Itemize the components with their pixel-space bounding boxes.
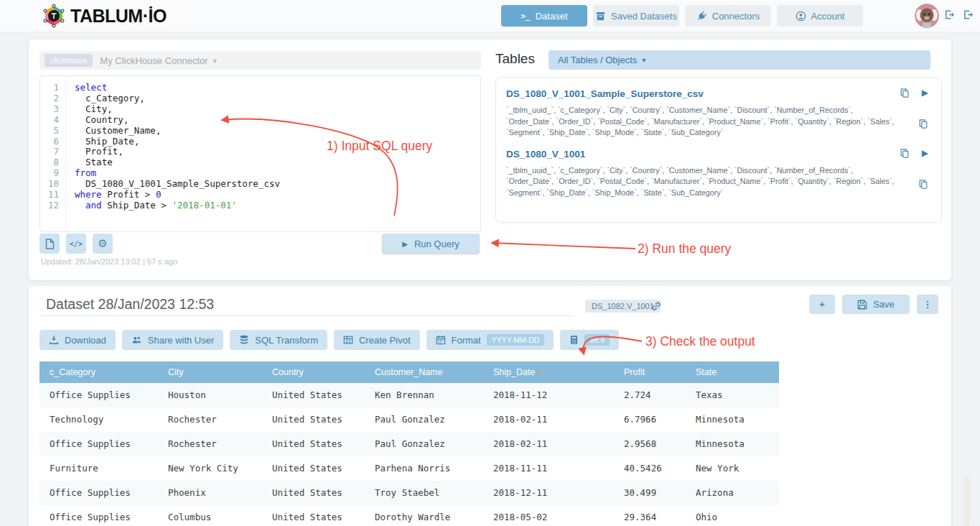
table-cell: Office Supplies	[39, 383, 158, 407]
table-cell: Minnesota	[686, 432, 779, 456]
avatar[interactable]	[915, 4, 939, 28]
table-cell: Paul Gonzalez	[365, 407, 483, 432]
run-table-query-icon[interactable]: ▶	[922, 88, 928, 98]
table-cell: Minnesota	[686, 407, 779, 432]
table-cell: United States	[262, 432, 365, 456]
run-query-button[interactable]: ▶ Run Query	[382, 234, 480, 254]
run-table-query-icon[interactable]: ▶	[922, 148, 928, 159]
table-link[interactable]: DS_1080_V_1001_Sample_Superstore_csv	[506, 88, 704, 99]
editor-actions: </> ⚙	[39, 234, 113, 254]
nav-account-button[interactable]: Account	[777, 5, 863, 27]
page-scrollbar[interactable]	[963, 476, 970, 526]
table-link[interactable]: DS_1080_V_1001	[506, 149, 585, 160]
sql-transform-button[interactable]: SQL Transform	[230, 330, 327, 350]
connector-selector[interactable]: clickhouse My ClickHouse Connector ▾	[39, 51, 481, 70]
table-cell: Ken Brennan	[365, 383, 483, 407]
table-cell: Office Supplies	[39, 481, 158, 505]
table-entry: DS_1080_V_1001 ▶ `_tblm_uuid_`, `c_Categ…	[506, 147, 931, 199]
table-row: Office SuppliesPhoenixUnited StatesTroy …	[39, 481, 779, 505]
sql-transform-label: SQL Transform	[255, 335, 318, 346]
nav-account-label: Account	[811, 11, 845, 22]
table-cell: Troy Staebel	[365, 481, 483, 505]
tables-panel-title: Tables	[495, 51, 535, 67]
sql-editor[interactable]: 123456789101112 select c_Category, City,…	[39, 75, 481, 232]
sort-indicator-icon: •	[539, 367, 542, 377]
results-table: c_CategoryCityCountryCustomer_NameShip_D…	[39, 361, 779, 526]
save-button[interactable]: Save	[842, 295, 910, 314]
nav-dataset-button[interactable]: >_ Dataset	[501, 5, 587, 27]
gear-icon: ⚙	[98, 237, 107, 250]
add-button[interactable]: +	[809, 295, 835, 314]
title-divider	[39, 315, 574, 316]
save-label: Save	[873, 299, 895, 310]
play-icon: ▶	[402, 240, 408, 248]
nav-connectors-button[interactable]: Connectors	[685, 5, 771, 27]
nav-saved-datasets-button[interactable]: Saved Datasets	[593, 5, 679, 27]
table-cell: Parhena Norris	[365, 456, 483, 481]
file-icon	[45, 239, 55, 249]
precision-badge: 99.9	[584, 334, 609, 346]
copy-icon[interactable]	[900, 88, 910, 98]
table-cell: Rochester	[158, 432, 262, 456]
table-cell: 2018-12-11	[483, 481, 614, 505]
pivot-table-icon	[343, 335, 353, 345]
column-header-c_Category[interactable]: c_Category	[39, 361, 158, 383]
nav-saved-datasets-label: Saved Datasets	[611, 11, 677, 22]
table-cell: Furniture	[39, 456, 158, 481]
table-cell: 2018-11-12	[483, 383, 614, 407]
table-cell: Texas	[686, 383, 779, 407]
table-cell: 2018-11-11	[483, 456, 614, 481]
dataset-result-card: Dataset 28/Jan/2023 12:53 DS_1082.V_1001…	[29, 286, 951, 526]
number-precision-button[interactable]: 99.9	[560, 330, 618, 350]
new-query-button[interactable]	[39, 234, 60, 254]
table-cell: Rochester	[158, 407, 262, 432]
table-columns: `_tblm_uuid_`, `c_Category`, `City`, `Co…	[506, 165, 902, 199]
table-entry: DS_1080_V_1001_Sample_Superstore_csv ▶ `…	[506, 87, 931, 139]
sql-gutter: 123456789101112	[40, 76, 66, 231]
table-cell: United States	[262, 456, 365, 481]
sql-code: select c_Category, City, Country, Custom…	[66, 76, 280, 231]
run-query-label: Run Query	[414, 239, 459, 249]
share-with-user-button[interactable]: Share with User	[122, 330, 223, 350]
table-columns: `_tblm_uuid_`, `c_Category`, `City`, `Co…	[506, 105, 902, 139]
table-row: Office SuppliesRochesterUnited StatesPau…	[39, 432, 779, 456]
download-button[interactable]: Download	[39, 330, 116, 350]
column-header-Country[interactable]: Country	[262, 361, 365, 383]
format-label: Format	[452, 335, 481, 346]
query-settings-button[interactable]: ⚙	[93, 234, 113, 254]
table-cell: 2018-02-11	[483, 407, 614, 432]
brand[interactable]: TABLUM·İO	[42, 4, 167, 28]
table-cell: 29.364	[614, 505, 686, 526]
table-cell: 6.7966	[614, 407, 686, 432]
code-icon: </>	[70, 240, 83, 248]
more-options-button[interactable]: ⋮	[917, 295, 938, 314]
format-button[interactable]: Format YYYY-MM-DD	[426, 330, 554, 350]
create-pivot-button[interactable]: Create Pivot	[334, 330, 420, 350]
format-code-button[interactable]: </>	[66, 234, 86, 254]
copy-columns-icon[interactable]	[918, 119, 928, 129]
column-header-City[interactable]: City	[158, 361, 262, 383]
table-cell: 40.5426	[614, 456, 686, 481]
table-cell: United States	[262, 407, 365, 432]
column-header-Ship_Date[interactable]: Ship_Date•	[483, 361, 614, 383]
calculator-icon	[569, 335, 579, 345]
table-cell: Office Supplies	[39, 505, 158, 526]
column-header-Customer_Name[interactable]: Customer_Name	[365, 361, 483, 383]
copy-icon[interactable]	[900, 148, 910, 159]
share-label: Share with User	[148, 335, 214, 346]
top-navbar: TABLUM·İO >_ Dataset Saved Datasets	[0, 0, 980, 32]
column-header-State[interactable]: State	[686, 361, 779, 383]
table-cell: New York	[686, 456, 779, 481]
connector-name: My ClickHouse Connector	[100, 55, 207, 66]
copy-columns-icon[interactable]	[918, 179, 928, 190]
person-icon	[795, 11, 806, 22]
link-icon[interactable]	[650, 300, 662, 312]
column-header-Profit[interactable]: Profit	[614, 361, 686, 383]
table-cell: 2.724	[614, 383, 686, 407]
create-pivot-label: Create Pivot	[359, 335, 411, 346]
exit-icon[interactable]	[963, 9, 974, 20]
tables-filter-dropdown[interactable]: All Tables / Objects ▾	[549, 50, 930, 70]
brand-name: TABLUM·İO	[70, 6, 167, 27]
dataset-id-badge: DS_1082.V_1001	[585, 300, 661, 313]
sign-out-icon[interactable]	[944, 9, 955, 20]
